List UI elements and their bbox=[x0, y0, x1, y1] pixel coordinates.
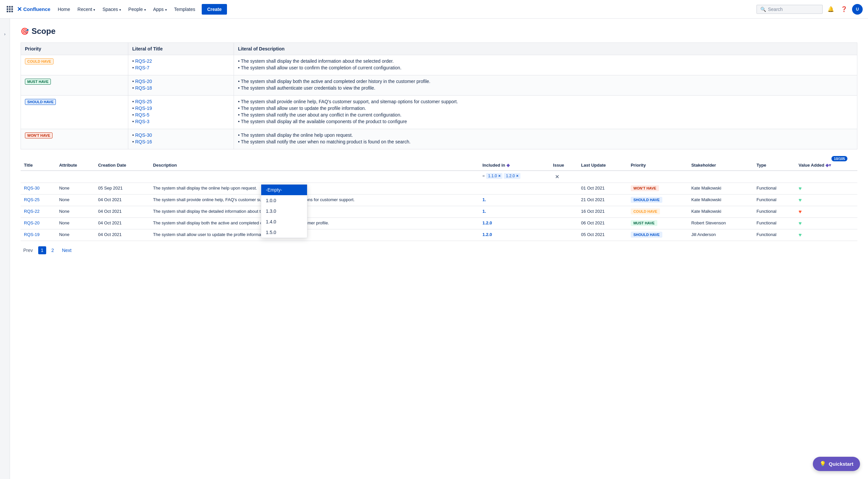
dropdown-item[interactable]: 1.3.0 bbox=[261, 206, 307, 216]
req-desc-cell: The system shall provide online help, FA… bbox=[150, 195, 479, 206]
nav-templates[interactable]: Templates bbox=[171, 5, 199, 14]
nav-home[interactable]: Home bbox=[55, 5, 73, 14]
scope-table-row: MUST HAVE RQS-20RQS-18 The system shall … bbox=[21, 75, 857, 96]
priority-badge: SHOULD HAVE bbox=[631, 232, 662, 238]
req-col-last-update[interactable]: Last Update bbox=[578, 160, 627, 171]
rqs-link[interactable]: RQS-7 bbox=[135, 65, 150, 70]
scope-priority-cell: MUST HAVE bbox=[21, 75, 128, 96]
scope-items-cell: RQS-25RQS-19RQS-5RQS-3 bbox=[128, 96, 234, 129]
nav-apps[interactable]: Apps bbox=[150, 5, 170, 14]
rqs-link[interactable]: RQS-30 bbox=[24, 185, 39, 191]
req-issue-cell bbox=[550, 218, 578, 229]
filter-close-button[interactable]: ✕ bbox=[553, 173, 561, 180]
nav-spaces[interactable]: Spaces bbox=[99, 5, 124, 14]
rqs-link[interactable]: RQS-30 bbox=[135, 132, 152, 138]
sidebar-toggle[interactable]: › bbox=[0, 19, 10, 479]
req-col-included-in[interactable]: Included in ◆ bbox=[479, 160, 550, 171]
list-item: The system shall display both the active… bbox=[238, 79, 853, 84]
req-col-creation-date[interactable]: Creation Date bbox=[95, 160, 150, 171]
scope-items-list: RQS-30RQS-16 bbox=[132, 132, 229, 144]
req-creation-cell: 04 Oct 2021 bbox=[95, 195, 150, 206]
rqs-link[interactable]: RQS-20 bbox=[135, 79, 152, 84]
grid-menu-button[interactable] bbox=[5, 5, 14, 13]
priority-badge: COULD HAVE bbox=[25, 59, 54, 64]
dropdown-item[interactable]: 1.0.0 bbox=[261, 195, 307, 206]
req-stakeholder-cell: Kate Malkowski bbox=[688, 183, 753, 195]
req-col-description[interactable]: Description bbox=[150, 160, 479, 171]
scope-items-list: RQS-20RQS-18 bbox=[132, 79, 229, 91]
pagination-page2[interactable]: 2 bbox=[49, 246, 57, 254]
filter-tag-120-remove[interactable]: × bbox=[516, 174, 518, 178]
scope-desc-list: The system shall display both the active… bbox=[238, 79, 853, 91]
req-attribute-cell: None bbox=[56, 218, 95, 229]
pagination-next[interactable]: Next bbox=[59, 246, 74, 254]
req-col-stakeholder[interactable]: Stakeholder bbox=[688, 160, 753, 171]
page-title-row: 🎯 Scope bbox=[21, 27, 857, 36]
page-title: Scope bbox=[32, 27, 56, 36]
dropdown-item[interactable]: 1.5.0 bbox=[261, 227, 307, 238]
filter-tag-120: 1.2.0 × bbox=[504, 173, 520, 179]
create-button[interactable]: Create bbox=[202, 4, 227, 14]
req-col-value-added[interactable]: Value Added ◆▾ bbox=[795, 160, 857, 171]
list-item: RQS-20 bbox=[132, 79, 229, 84]
priority-badge: MUST HAVE bbox=[25, 79, 51, 84]
req-desc-cell: The system shall display both the active… bbox=[150, 218, 479, 229]
pagination-prev[interactable]: Prev bbox=[21, 246, 36, 254]
nav-recent[interactable]: Recent bbox=[74, 5, 98, 14]
filter-empty-cell bbox=[21, 171, 479, 183]
rqs-link[interactable]: RQS-22 bbox=[24, 209, 39, 214]
req-col-title[interactable]: Title bbox=[21, 160, 56, 171]
list-item: RQS-3 bbox=[132, 119, 229, 124]
rqs-link[interactable]: RQS-25 bbox=[24, 197, 39, 202]
table-row: RQS-30 None 05 Sep 2021 The system shall… bbox=[21, 183, 857, 195]
req-col-type[interactable]: Type bbox=[753, 160, 795, 171]
nav-people[interactable]: People bbox=[125, 5, 149, 14]
filter-tag-110-remove[interactable]: × bbox=[498, 174, 500, 178]
req-col-attribute[interactable]: Attribute bbox=[56, 160, 95, 171]
req-creation-cell: 04 Oct 2021 bbox=[95, 206, 150, 218]
req-col-priority[interactable]: Priority bbox=[627, 160, 688, 171]
rqs-link[interactable]: RQS-19 bbox=[24, 232, 39, 237]
rqs-link[interactable]: RQS-25 bbox=[135, 99, 152, 104]
notifications-button[interactable]: 🔔 bbox=[826, 4, 836, 14]
search-input[interactable] bbox=[768, 7, 811, 12]
priority-badge: MUST HAVE bbox=[631, 220, 657, 226]
list-item: RQS-30 bbox=[132, 132, 229, 138]
pagination-page1[interactable]: 1 bbox=[38, 246, 46, 254]
list-item: The system shall allow user to confirm t… bbox=[238, 65, 853, 70]
rqs-link[interactable]: RQS-5 bbox=[135, 112, 150, 117]
req-included-cell: 1. bbox=[479, 206, 550, 218]
req-creation-cell: 04 Oct 2021 bbox=[95, 229, 150, 241]
rqs-link[interactable]: RQS-18 bbox=[135, 85, 152, 91]
req-stakeholder-cell: Robert Stevenson bbox=[688, 218, 753, 229]
req-type-cell: Functional bbox=[753, 206, 795, 218]
req-value-cell: ♥ bbox=[795, 206, 857, 218]
filter-rest-cell bbox=[578, 171, 857, 183]
dropdown-item[interactable]: -Empty- bbox=[261, 184, 307, 195]
req-included-cell bbox=[479, 183, 550, 195]
req-title-cell: RQS-22 bbox=[21, 206, 56, 218]
value-heart-icon: ♥ bbox=[799, 220, 802, 226]
list-item: RQS-16 bbox=[132, 139, 229, 144]
req-type-cell: Functional bbox=[753, 195, 795, 206]
search-box[interactable]: 🔍 bbox=[756, 5, 823, 14]
rqs-link[interactable]: RQS-16 bbox=[135, 139, 152, 144]
quickstart-button[interactable]: 💡 Quickstart bbox=[813, 457, 860, 471]
dropdown-item[interactable]: 1.4.0 bbox=[261, 216, 307, 227]
scope-desc-cell: The system shall provide online help, FA… bbox=[234, 96, 857, 129]
rqs-link[interactable]: RQS-19 bbox=[135, 106, 152, 111]
value-heart-icon: ♥ bbox=[799, 197, 802, 203]
main-content: 🎯 Scope Priority Literal of Title Litera… bbox=[10, 19, 868, 479]
table-row: RQS-25 None 04 Oct 2021 The system shall… bbox=[21, 195, 857, 206]
scope-desc-cell: The system shall display both the active… bbox=[234, 75, 857, 96]
rqs-link[interactable]: RQS-20 bbox=[24, 220, 39, 226]
req-col-issue[interactable]: Issue bbox=[550, 160, 578, 171]
rqs-link[interactable]: RQS-22 bbox=[135, 59, 152, 64]
list-item: The system shall authenticate user crede… bbox=[238, 85, 853, 91]
rqs-link[interactable]: RQS-3 bbox=[135, 119, 150, 124]
avatar[interactable]: U bbox=[852, 4, 863, 14]
requirements-table-section: 10/105 TitleAttributeCreation DateDescri… bbox=[21, 160, 857, 241]
help-button[interactable]: ❓ bbox=[839, 4, 849, 14]
scope-col-desc: Literal of Description bbox=[234, 43, 857, 55]
confluence-logo[interactable]: ✕ Confluence bbox=[17, 6, 51, 13]
